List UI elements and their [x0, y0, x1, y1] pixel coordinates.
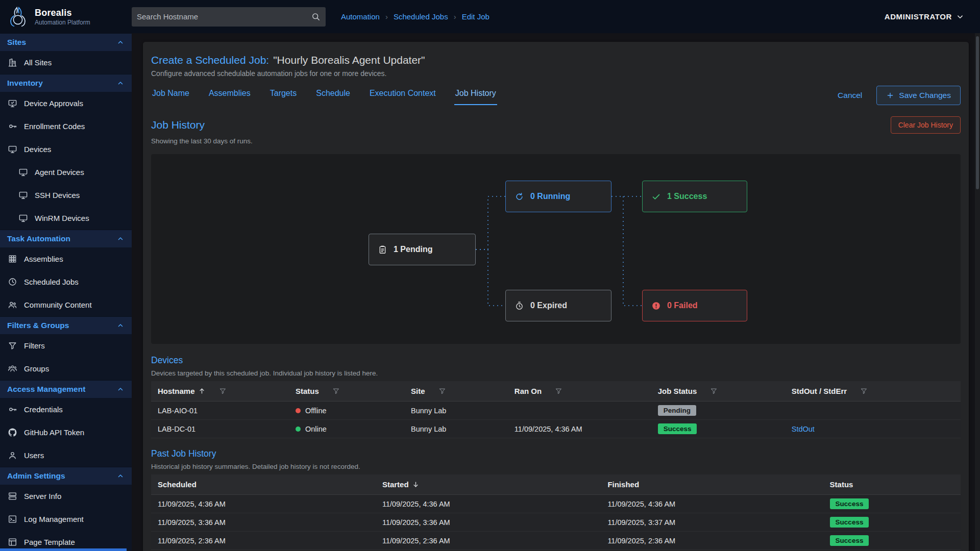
filter-icon — [8, 341, 17, 350]
column-label: Status — [296, 387, 319, 395]
cell-site: Bunny Lab — [411, 425, 514, 433]
sidebar-item-page-template[interactable]: Page Template — [0, 531, 132, 551]
breadcrumb-item-scheduled-jobs[interactable]: Scheduled Jobs — [394, 12, 448, 21]
sidebar-section-access-management[interactable]: Access Management — [0, 380, 132, 398]
search-box — [132, 7, 326, 27]
sidebar-scrollbar[interactable] — [0, 548, 132, 551]
key-icon — [8, 121, 17, 131]
filter-icon[interactable] — [438, 387, 446, 395]
window-scrollbar-thumb[interactable] — [976, 36, 979, 189]
sidebar-section-admin-settings[interactable]: Admin Settings — [0, 467, 132, 485]
sidebar-item-device-approvals[interactable]: Device Approvals — [0, 92, 132, 115]
column-label: Scheduled — [158, 480, 197, 489]
layout-icon — [8, 537, 17, 547]
column-ran-on[interactable]: Ran On — [514, 387, 658, 395]
sidebar-section-task-automation[interactable]: Task Automation — [0, 230, 132, 247]
sidebar-section-inventory[interactable]: Inventory — [0, 74, 132, 92]
filter-icon[interactable] — [332, 387, 340, 395]
sidebar-item-agent-devices[interactable]: Agent Devices — [0, 161, 132, 184]
column-started[interactable]: Started — [382, 480, 607, 489]
tab-schedule[interactable]: Schedule — [315, 86, 351, 105]
cell-text: 11/09/2025, 3:36 AM — [382, 518, 450, 527]
tab-execution-context[interactable]: Execution Context — [369, 86, 437, 105]
sidebar-scrollbar-thumb[interactable] — [0, 548, 127, 551]
sidebar-item-enrollment-codes[interactable]: Enrollment Codes — [0, 115, 132, 138]
cancel-button[interactable]: Cancel — [838, 91, 862, 100]
tab-job-history[interactable]: Job History — [454, 86, 497, 105]
cell-job-status: Success — [658, 423, 792, 434]
tab-job-name[interactable]: Job Name — [151, 86, 190, 105]
filter-icon[interactable] — [710, 387, 718, 395]
sidebar-item-scheduled-jobs[interactable]: Scheduled Jobs — [0, 270, 132, 293]
sidebar-item-devices[interactable]: Devices — [0, 138, 132, 161]
filter-icon[interactable] — [555, 387, 562, 395]
sidebar-item-github-api-token[interactable]: GitHub API Token — [0, 421, 132, 444]
filter-icon[interactable] — [860, 387, 868, 395]
sidebar-item-label: Server Info — [24, 492, 61, 500]
device-check-icon — [8, 98, 17, 108]
chevron-up-icon — [116, 385, 125, 393]
user-menu[interactable]: ADMINISTRATOR — [885, 12, 965, 21]
sidebar-section-sites[interactable]: Sites — [0, 33, 132, 51]
filter-icon[interactable] — [219, 387, 227, 395]
past-job-row: 11/09/2025, 3:36 AM11/09/2025, 3:36 AM11… — [151, 513, 961, 532]
search-icon[interactable] — [311, 12, 321, 21]
column-finished[interactable]: Finished — [607, 480, 829, 489]
monitor-icon — [18, 213, 28, 223]
sidebar-item-community-content[interactable]: Community Content — [0, 293, 132, 316]
sidebar-item-label: GitHub API Token — [24, 428, 84, 437]
key-icon — [8, 405, 17, 414]
cell-started: 11/09/2025, 4:36 AM — [382, 500, 607, 508]
cell-scheduled: 11/09/2025, 4:36 AM — [158, 500, 382, 508]
column-stdout-stderr[interactable]: StdOut / StdErr — [792, 387, 954, 395]
sidebar-item-ssh-devices[interactable]: SSH Devices — [0, 184, 132, 207]
column-label: Hostname — [158, 387, 195, 395]
breadcrumb-item-edit-job[interactable]: Edit Job — [462, 12, 489, 21]
column-job-status[interactable]: Job Status — [658, 387, 792, 395]
cell-text: Bunny Lab — [411, 407, 446, 415]
cell-text: Bunny Lab — [411, 425, 446, 433]
sidebar-section-filters-groups[interactable]: Filters & Groups — [0, 316, 132, 334]
column-status[interactable]: Status — [296, 387, 411, 395]
cell-job-status: Pending — [658, 405, 792, 416]
column-label: Started — [382, 480, 409, 489]
sidebar-item-log-management[interactable]: Log Management — [0, 508, 132, 531]
devices-heading: Devices — [151, 355, 961, 366]
groups-icon — [8, 364, 17, 373]
chevron-up-icon — [116, 321, 125, 330]
sidebar-item-server-info[interactable]: Server Info — [0, 485, 132, 508]
cell-hostname: LAB-AIO-01 — [158, 407, 296, 415]
tabs-row: Job NameAssembliesTargetsScheduleExecuti… — [151, 86, 961, 105]
flow-box-failed: 0 Failed — [642, 290, 747, 321]
column-hostname[interactable]: Hostname — [158, 387, 296, 395]
clear-job-history-button[interactable]: Clear Job History — [891, 116, 961, 134]
error-icon — [651, 301, 661, 311]
breadcrumb-item-automation[interactable]: Automation — [341, 12, 380, 21]
save-changes-button[interactable]: Save Changes — [876, 86, 961, 105]
column-scheduled[interactable]: Scheduled — [158, 480, 382, 489]
status-dot-online — [296, 427, 301, 432]
tabs: Job NameAssembliesTargetsScheduleExecuti… — [151, 86, 497, 105]
column-label: Status — [830, 480, 853, 489]
tab-assemblies[interactable]: Assemblies — [208, 86, 252, 105]
status-badge: Success — [830, 498, 869, 509]
section-label: Sites — [7, 38, 26, 47]
search-input[interactable] — [137, 12, 311, 21]
sidebar-item-users[interactable]: Users — [0, 444, 132, 467]
stdout-link[interactable]: StdOut — [792, 425, 815, 433]
sidebar-item-all-sites[interactable]: All Sites — [0, 51, 132, 74]
flow-box-pending: 1 Pending — [369, 234, 476, 265]
tab-targets[interactable]: Targets — [269, 86, 298, 105]
sidebar-item-groups[interactable]: Groups — [0, 357, 132, 380]
cell-status: Success — [830, 498, 954, 509]
chevron-up-icon — [116, 79, 125, 87]
sidebar-item-winrm-devices[interactable]: WinRM Devices — [0, 207, 132, 230]
sidebar-item-assemblies[interactable]: Assemblies — [0, 247, 132, 270]
sidebar-item-credentials[interactable]: Credentials — [0, 398, 132, 421]
column-site[interactable]: Site — [411, 387, 514, 395]
column-status[interactable]: Status — [830, 480, 954, 489]
check-icon — [651, 192, 661, 202]
window-scrollbar[interactable] — [975, 33, 980, 551]
sidebar-item-filters[interactable]: Filters — [0, 334, 132, 357]
cell-text: 11/09/2025, 2:36 AM — [158, 537, 226, 545]
